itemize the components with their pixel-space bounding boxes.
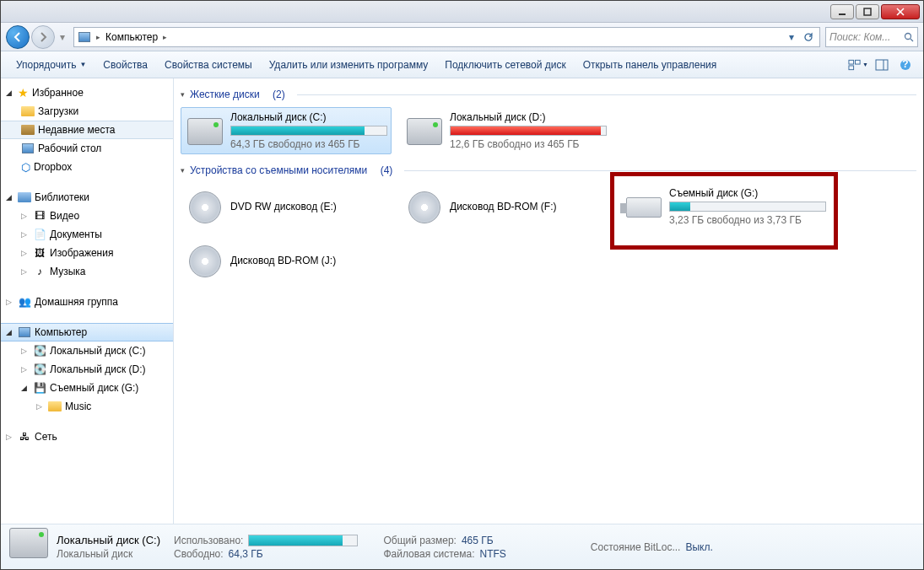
video-icon: 🎞 <box>33 209 46 223</box>
hdd-icon: 💽 <box>33 344 46 358</box>
sidebar-homegroup[interactable]: ▷👥Домашняя группа <box>1 293 173 311</box>
drive-d-usage-bar <box>450 126 607 136</box>
hdd-icon <box>185 111 225 152</box>
maximize-button[interactable] <box>856 4 879 19</box>
body: ◢★Избранное Загрузки Недавние места Рабо… <box>1 78 923 524</box>
details-pane: Локальный диск (C:) Локальный диск Испол… <box>1 524 923 569</box>
forward-button[interactable] <box>31 25 55 49</box>
view-options-icon[interactable]: ▼ <box>847 55 869 75</box>
minimize-button[interactable] <box>830 4 854 19</box>
group-hdd-header[interactable]: ▾ Жесткие диски (2) <box>181 89 916 100</box>
details-subtitle: Локальный диск <box>57 548 160 560</box>
sidebar-network[interactable]: ▷🖧Сеть <box>1 428 173 446</box>
hdd-icon: 💽 <box>33 363 46 376</box>
drive-j-tile[interactable]: Дисковод BD-ROM (J:) <box>181 237 392 284</box>
folder-icon <box>48 400 62 413</box>
bd-icon <box>185 241 225 282</box>
drive-g-label: Съемный диск (G:) <box>669 187 826 199</box>
group-removable-header[interactable]: ▾ Устройства со съемными носителями (4) <box>181 164 916 176</box>
sidebar-local-c[interactable]: ▷💽Локальный диск (C:) <box>1 341 173 360</box>
recent-icon <box>21 123 35 137</box>
map-network-drive-button[interactable]: Подключить сетевой диск <box>436 51 574 78</box>
svg-rect-8 <box>849 65 854 69</box>
bd-icon <box>404 187 445 228</box>
drive-g-free-text: 3,23 ГБ свободно из 3,73 ГБ <box>669 214 826 226</box>
desktop-icon <box>21 142 35 155</box>
open-control-panel-button[interactable]: Открыть панель управления <box>575 51 726 78</box>
close-button[interactable] <box>881 4 920 19</box>
breadcrumb-sep-icon: ▸ <box>163 33 167 41</box>
toolbar: Упорядочить▼ Свойства Свойства системы У… <box>1 51 923 78</box>
usb-drive-icon <box>624 187 664 228</box>
sidebar-local-d[interactable]: ▷💽Локальный диск (D:) <box>1 360 173 379</box>
address-dropdown-icon[interactable]: ▾ <box>784 30 799 45</box>
sidebar-libraries[interactable]: ◢Библиотеки <box>1 188 173 207</box>
sidebar-documents[interactable]: ▷📄Документы <box>1 225 173 244</box>
document-icon: 📄 <box>33 228 46 241</box>
drive-f-tile[interactable]: Дисковод BD-ROM (F:) <box>400 183 611 230</box>
details-usage-bar <box>248 535 358 546</box>
computer-icon <box>78 30 91 44</box>
sidebar-music-folder[interactable]: ▷Music <box>1 397 173 416</box>
svg-text:?: ? <box>902 59 908 70</box>
drive-j-label: Дисковод BD-ROM (J:) <box>230 255 387 266</box>
organize-menu[interactable]: Упорядочить▼ <box>8 51 95 78</box>
drive-c-tile[interactable]: Локальный диск (C:) 64,3 ГБ свободно из … <box>181 107 392 154</box>
dropbox-icon: ⬡ <box>21 161 30 174</box>
svg-rect-1 <box>864 8 871 15</box>
computer-icon <box>18 325 31 339</box>
details-title: Локальный диск (C:) <box>57 534 160 546</box>
svg-rect-7 <box>855 60 860 64</box>
svg-rect-6 <box>849 60 854 64</box>
music-icon: ♪ <box>33 265 46 278</box>
drive-d-free-text: 12,6 ГБ свободно из 465 ГБ <box>450 138 607 150</box>
sidebar-computer[interactable]: ◢Компьютер <box>1 323 173 341</box>
sidebar-dropbox[interactable]: ⬡Dropbox <box>1 158 173 176</box>
collapse-icon: ▾ <box>181 90 185 99</box>
sidebar-removable-g[interactable]: ◢💾Съемный диск (G:) <box>1 379 173 397</box>
sidebar-favorites[interactable]: ◢★Избранное <box>1 83 173 102</box>
drive-c-label: Локальный диск (C:) <box>230 111 387 123</box>
homegroup-icon: 👥 <box>18 295 31 309</box>
help-icon[interactable]: ? <box>894 55 916 75</box>
svg-rect-9 <box>876 60 888 70</box>
drive-c-usage-bar <box>230 126 387 136</box>
network-icon: 🖧 <box>18 430 31 444</box>
search-placeholder: Поиск: Ком... <box>829 31 890 43</box>
navbar: ▾ ▸ Компьютер ▸ ▾ Поиск: Ком... <box>1 23 923 51</box>
preview-pane-icon[interactable] <box>871 55 893 75</box>
sidebar-videos[interactable]: ▷🎞Видео <box>1 207 173 225</box>
back-button[interactable] <box>6 25 30 49</box>
svg-point-4 <box>905 33 911 39</box>
navigation-pane[interactable]: ◢★Избранное Загрузки Недавние места Рабо… <box>1 78 174 524</box>
drive-g-tile[interactable]: Съемный диск (G:) 3,23 ГБ свободно из 3,… <box>619 183 830 230</box>
star-icon: ★ <box>18 86 29 99</box>
picture-icon: 🖼 <box>33 246 46 260</box>
system-properties-button[interactable]: Свойства системы <box>156 51 261 78</box>
usb-icon: 💾 <box>33 381 46 395</box>
explorer-window: ▾ ▸ Компьютер ▸ ▾ Поиск: Ком... Упорядоч… <box>0 0 924 570</box>
drive-e-tile[interactable]: DVD RW дисковод (E:) <box>181 183 392 230</box>
hdd-icon <box>404 111 445 152</box>
sidebar-desktop[interactable]: Рабочий стол <box>1 139 173 158</box>
sidebar-music[interactable]: ▷♪Музыка <box>1 262 173 281</box>
nav-history-dropdown[interactable]: ▾ <box>57 30 68 45</box>
search-input[interactable]: Поиск: Ком... <box>825 27 918 47</box>
refresh-icon[interactable] <box>801 30 816 45</box>
breadcrumb-sep-icon: ▸ <box>96 33 100 41</box>
drive-g-usage-bar <box>669 202 826 212</box>
drive-d-tile[interactable]: Локальный диск (D:) 12,6 ГБ свободно из … <box>400 107 611 154</box>
dvd-icon <box>185 187 225 228</box>
sidebar-recent[interactable]: Недавние места <box>1 121 173 139</box>
drive-d-label: Локальный диск (D:) <box>450 111 607 123</box>
properties-button[interactable]: Свойства <box>95 51 156 78</box>
uninstall-program-button[interactable]: Удалить или изменить программу <box>261 51 437 78</box>
sidebar-pictures[interactable]: ▷🖼Изображения <box>1 244 173 262</box>
sidebar-downloads[interactable]: Загрузки <box>1 102 173 121</box>
breadcrumb-root[interactable]: Компьютер <box>105 31 158 43</box>
hdd-icon <box>9 528 48 567</box>
svg-line-5 <box>910 39 913 41</box>
address-bar[interactable]: ▸ Компьютер ▸ ▾ <box>73 27 820 47</box>
collapse-icon: ▾ <box>181 166 185 175</box>
folder-icon <box>21 105 35 118</box>
